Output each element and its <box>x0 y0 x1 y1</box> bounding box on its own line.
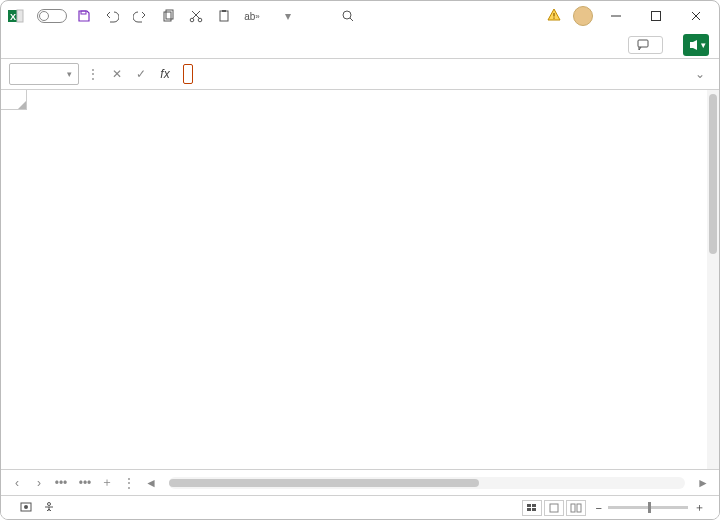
share-icon <box>687 38 701 52</box>
new-sheet-icon[interactable]: ＋ <box>97 473 117 493</box>
chevron-down-icon[interactable]: ▾ <box>67 69 72 79</box>
svg-text:X: X <box>10 12 16 22</box>
excel-icon: X <box>7 7 25 25</box>
sheet-list-icon[interactable]: ••• <box>51 473 71 493</box>
svg-rect-22 <box>550 504 558 512</box>
cancel-icon[interactable]: ✕ <box>107 64 127 84</box>
sheet-sep-icon: ⋮ <box>119 473 139 493</box>
formula-text <box>183 64 193 84</box>
svg-rect-24 <box>577 504 581 512</box>
share-button[interactable]: ▾ <box>683 34 709 56</box>
name-box[interactable]: ▾ <box>9 63 79 85</box>
enter-icon[interactable]: ✓ <box>131 64 151 84</box>
svg-rect-13 <box>652 12 661 21</box>
svg-rect-12 <box>553 17 554 18</box>
svg-rect-20 <box>527 508 531 511</box>
svg-rect-23 <box>571 504 575 512</box>
svg-rect-5 <box>166 10 173 19</box>
undo-icon[interactable] <box>101 5 123 27</box>
svg-rect-21 <box>532 508 536 511</box>
paste-icon[interactable] <box>213 5 235 27</box>
zoom-out-icon[interactable]: − <box>596 502 602 514</box>
comments-button[interactable] <box>628 36 663 54</box>
autosave-switch[interactable] <box>37 9 67 23</box>
qat-more-icon[interactable]: ab» <box>241 5 263 27</box>
macro-record-icon[interactable] <box>19 500 33 516</box>
copy-icon[interactable] <box>157 5 179 27</box>
sheet-tab-bar: ‹ › ••• ••• ＋ ⋮ ◄ ► <box>1 469 719 495</box>
normal-view-icon[interactable] <box>522 500 542 516</box>
ribbon-tabs: ▾ <box>1 31 719 59</box>
select-all-corner[interactable] <box>1 90 27 110</box>
prev-sheet-icon[interactable]: ‹ <box>7 473 27 493</box>
fx-icon[interactable]: fx <box>155 64 175 84</box>
svg-rect-9 <box>222 10 226 12</box>
svg-rect-4 <box>164 12 171 21</box>
minimize-icon[interactable] <box>599 2 633 30</box>
svg-rect-14 <box>638 40 648 47</box>
formula-bar: ▾ ⋮ ✕ ✓ fx ⌄ <box>1 59 719 89</box>
horizontal-scrollbar[interactable] <box>169 477 685 489</box>
zoom-in-icon[interactable]: ＋ <box>694 500 705 515</box>
vertical-scrollbar[interactable] <box>707 90 719 469</box>
expand-formula-bar-icon[interactable]: ⌄ <box>695 67 705 81</box>
search-icon[interactable] <box>337 5 359 27</box>
cut-icon[interactable] <box>185 5 207 27</box>
formula-input[interactable] <box>179 63 685 85</box>
close-icon[interactable] <box>679 2 713 30</box>
next-sheet-icon[interactable]: › <box>29 473 49 493</box>
zoom-control[interactable]: − ＋ <box>596 500 711 515</box>
page-layout-view-icon[interactable] <box>544 500 564 516</box>
zoom-slider[interactable] <box>608 506 688 509</box>
more-sheets-icon[interactable]: ••• <box>75 473 95 493</box>
svg-rect-18 <box>527 504 531 507</box>
hscroll-right-icon[interactable]: ► <box>693 473 713 493</box>
page-break-view-icon[interactable] <box>566 500 586 516</box>
filename-dropdown-icon[interactable]: ▾ <box>285 9 291 23</box>
title-bar: X ab» ▾ <box>1 1 719 31</box>
accessibility-icon[interactable] <box>43 501 55 515</box>
redo-icon[interactable] <box>129 5 151 27</box>
svg-point-17 <box>48 502 51 505</box>
maximize-icon[interactable] <box>639 2 673 30</box>
autosave-toggle[interactable] <box>33 9 67 23</box>
save-icon[interactable] <box>73 5 95 27</box>
warning-icon <box>547 8 561 25</box>
spreadsheet-grid[interactable] <box>1 90 719 469</box>
formula-divider-icon: ⋮ <box>83 64 103 84</box>
svg-rect-11 <box>553 13 554 17</box>
svg-rect-3 <box>81 11 86 14</box>
svg-rect-19 <box>532 504 536 507</box>
hscroll-left-icon[interactable]: ◄ <box>141 473 161 493</box>
svg-point-16 <box>24 505 28 509</box>
comment-icon <box>637 39 649 51</box>
avatar[interactable] <box>573 6 593 26</box>
svg-rect-8 <box>220 11 228 21</box>
status-bar: − ＋ <box>1 495 719 519</box>
svg-rect-2 <box>17 10 23 22</box>
svg-point-10 <box>343 11 351 19</box>
